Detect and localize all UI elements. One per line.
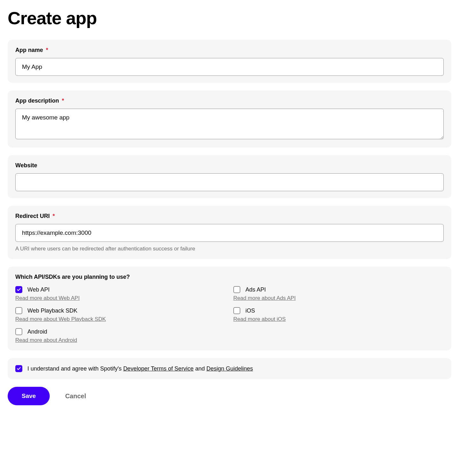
sdk-read-more-web-playback-sdk[interactable]: Read more about Web Playback SDK	[15, 316, 106, 322]
sdk-checkbox-row-web-playback-sdk: Web Playback SDK	[15, 307, 226, 314]
sdk-checkbox-android[interactable]	[15, 328, 22, 335]
sdk-read-more-web-api[interactable]: Read more about Web API	[15, 295, 80, 301]
sdk-item-web-api: Web APIRead more about Web API	[15, 286, 226, 301]
redirect-uri-label-text: Redirect URI	[15, 213, 50, 219]
sdk-grid: Web APIRead more about Web APIAds APIRea…	[15, 286, 444, 343]
sdk-item-ios: iOSRead more about iOS	[233, 307, 444, 322]
check-icon	[17, 287, 21, 292]
sdk-checkbox-row-web-api: Web API	[15, 286, 226, 293]
website-label-text: Website	[15, 162, 37, 169]
required-star-icon: *	[53, 213, 55, 219]
check-icon	[17, 366, 21, 371]
sdk-checkbox-row-ios: iOS	[233, 307, 444, 314]
redirect-uri-card: Redirect URI * A URI where users can be …	[8, 206, 451, 259]
redirect-uri-helper: A URI where users can be redirected afte…	[15, 246, 444, 252]
sdk-label-ads-api: Ads API	[245, 286, 266, 293]
button-row: Save Cancel	[8, 387, 451, 405]
app-description-input[interactable]: My awesome app	[15, 109, 444, 139]
sdk-checkbox-ads-api[interactable]	[233, 286, 240, 293]
sdk-read-more-ios[interactable]: Read more about iOS	[233, 316, 286, 322]
sdk-label-web-api: Web API	[27, 286, 50, 293]
page-title: Create app	[8, 8, 451, 28]
redirect-uri-input[interactable]	[15, 224, 444, 242]
website-label: Website	[15, 162, 444, 169]
terms-text: I understand and agree with Spotify's De…	[27, 365, 253, 372]
sdk-checkbox-web-api[interactable]	[15, 286, 22, 293]
save-button[interactable]: Save	[8, 387, 50, 405]
website-card: Website	[8, 155, 451, 198]
sdk-label-android: Android	[27, 328, 47, 335]
app-name-input[interactable]	[15, 58, 444, 76]
sdk-read-more-android[interactable]: Read more about Android	[15, 337, 77, 343]
sdk-checkbox-web-playback-sdk[interactable]	[15, 307, 22, 314]
sdks-heading: Which API/SDKs are you planning to use?	[15, 274, 444, 280]
sdk-read-more-ads-api[interactable]: Read more about Ads API	[233, 295, 296, 301]
sdk-checkbox-ios[interactable]	[233, 307, 240, 314]
terms-prefix: I understand and agree with Spotify's	[27, 365, 123, 372]
required-star-icon: *	[62, 97, 64, 104]
website-input[interactable]	[15, 173, 444, 191]
cancel-button[interactable]: Cancel	[65, 393, 86, 400]
sdk-item-web-playback-sdk: Web Playback SDKRead more about Web Play…	[15, 307, 226, 322]
required-star-icon: *	[46, 47, 48, 53]
terms-link-design[interactable]: Design Guidelines	[206, 365, 253, 372]
redirect-uri-label: Redirect URI *	[15, 213, 444, 220]
app-name-card: App name *	[8, 40, 451, 83]
app-description-label: App description *	[15, 97, 444, 104]
terms-checkbox[interactable]	[15, 365, 22, 372]
sdk-label-ios: iOS	[245, 307, 255, 314]
sdk-label-web-playback-sdk: Web Playback SDK	[27, 307, 77, 314]
terms-row: I understand and agree with Spotify's De…	[15, 365, 444, 372]
app-description-label-text: App description	[15, 97, 59, 104]
app-name-label-text: App name	[15, 47, 43, 53]
terms-card: I understand and agree with Spotify's De…	[8, 358, 451, 379]
sdk-item-android: AndroidRead more about Android	[15, 328, 226, 343]
app-description-card: App description * My awesome app	[8, 90, 451, 148]
sdk-item-ads-api: Ads APIRead more about Ads API	[233, 286, 444, 301]
sdk-checkbox-row-android: Android	[15, 328, 226, 335]
terms-middle: and	[193, 365, 206, 372]
sdk-checkbox-row-ads-api: Ads API	[233, 286, 444, 293]
terms-link-tos[interactable]: Developer Terms of Service	[123, 365, 194, 372]
sdks-card: Which API/SDKs are you planning to use? …	[8, 267, 451, 350]
app-name-label: App name *	[15, 47, 444, 54]
